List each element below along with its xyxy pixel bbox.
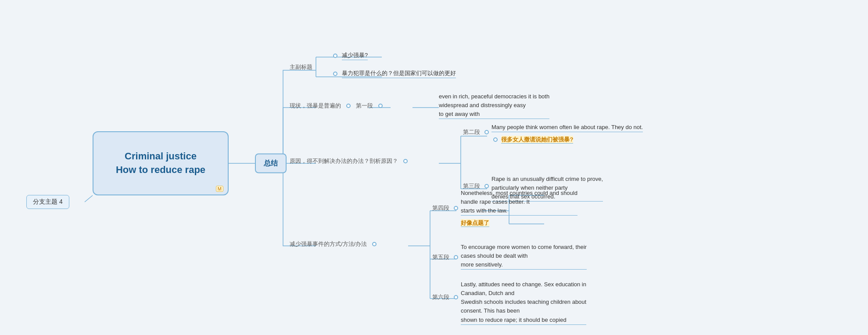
para1-text: even in rich, peaceful democracies it is… (439, 93, 549, 117)
subtitle-sub1-row: 减少强暴? (331, 51, 368, 60)
mindmap-container: Criminal justice How to reduce rape M 分支… (0, 0, 868, 335)
para6-circle (454, 295, 458, 299)
para4-label: 第四段 (432, 204, 449, 212)
para2-text-block: Many people think women often lie about … (491, 123, 643, 132)
para2-highlight-row: 很多女人撒谎说她们被强暴? (491, 135, 573, 144)
current-para-label: 第一段 (356, 102, 373, 110)
central-node[interactable]: Criminal justice How to reduce rape M (93, 131, 229, 195)
para6-row: 第六段 (432, 293, 460, 301)
left-branch-node[interactable]: 分支主题 4 (26, 195, 69, 209)
central-title-line1: Criminal justice (116, 150, 205, 163)
para6-text: Lastly, attitudes need to change. Sex ed… (461, 281, 586, 323)
cause-label: 原因，得不到解决办法的办法？剖析原因？ (290, 157, 398, 165)
para4-highlight-row: 好像点题了 (461, 219, 489, 227)
reduce-row: 减少强暴事件的方式/方法/办法 (290, 240, 378, 248)
cause-row: 原因，得不到解决办法的办法？剖析原因？ (290, 157, 409, 165)
subtitle-sub2-circle (333, 72, 337, 76)
para1-text-block: even in rich, peaceful democracies it is… (439, 92, 549, 119)
para4-circle (454, 206, 458, 210)
reduce-circle (372, 242, 377, 246)
current-situation-row: 现状，强暴是普遍的 第一段 (290, 102, 384, 110)
para2-highlight-text: 很多女人撒谎说她们被强暴? (501, 136, 573, 144)
cause-circle (403, 159, 408, 163)
summary-label: 总结 (264, 159, 278, 167)
central-icon: M (216, 186, 223, 192)
para2-text: Many people think women often lie about … (491, 124, 643, 130)
para4-row: 第四段 (432, 204, 460, 212)
para5-row: 第五段 (432, 253, 460, 261)
reduce-label: 减少强暴事件的方式/方法/办法 (290, 240, 367, 248)
current-situation-circle (346, 104, 351, 108)
subtitle-sub2-row: 暴力犯罪是什么的？但是国家们可以做的更好 (331, 69, 456, 78)
svg-line-0 (85, 195, 93, 202)
para5-text-block: To encourage more women to come forward,… (461, 243, 587, 270)
para2-highlight-circle (493, 137, 498, 142)
para2-label: 第二段 (463, 128, 480, 136)
subtitle-sub1-circle (333, 54, 337, 58)
para6-text-block: Lastly, attitudes need to change. Sex ed… (461, 280, 586, 325)
para3-circle (484, 184, 489, 188)
para5-text: To encourage more women to come forward,… (461, 244, 587, 268)
central-title-line2: How to reduce rape (116, 163, 205, 177)
para4-highlight-text: 好像点题了 (461, 219, 489, 227)
para2-circle (484, 130, 489, 134)
current-situation-label: 现状，强暴是普遍的 (290, 102, 341, 110)
subtitle-label-text: 主副标题 (290, 64, 312, 70)
para4-text-block: Nonetheless, most countries could and sh… (461, 189, 577, 216)
subtitle-sub2-text: 暴力犯罪是什么的？但是国家们可以做的更好 (342, 69, 456, 78)
para2-row: 第二段 (463, 128, 491, 136)
para6-label: 第六段 (432, 293, 449, 301)
current-para-circle (378, 104, 383, 108)
summary-node[interactable]: 总结 (255, 154, 287, 173)
subtitle-branch-label: 主副标题 (290, 63, 312, 71)
para4-text: Nonetheless, most countries could and sh… (461, 190, 577, 214)
left-branch-label: 分支主题 4 (33, 198, 63, 205)
para5-label: 第五段 (432, 253, 449, 261)
para5-circle (454, 255, 458, 259)
subtitle-sub1-text: 减少强暴? (342, 51, 368, 60)
